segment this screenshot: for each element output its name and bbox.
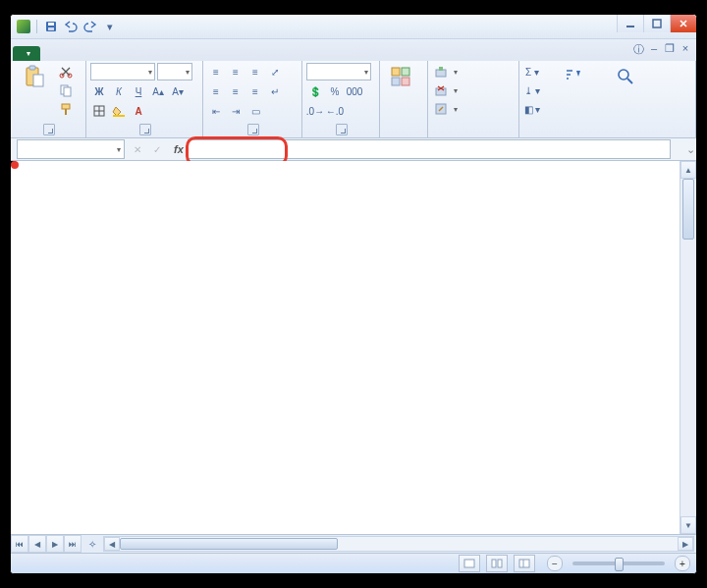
vertical-scrollbar[interactable]: ▲ ▼	[680, 161, 696, 534]
font-color-icon[interactable]: A	[130, 102, 147, 120]
zoom-out-icon[interactable]: −	[547, 556, 563, 571]
increase-decimal-icon[interactable]: .0→	[306, 102, 324, 120]
svg-rect-11	[64, 87, 71, 96]
save-icon[interactable]	[43, 19, 59, 34]
undo-icon[interactable]	[63, 19, 79, 34]
scrollbar-thumb[interactable]	[682, 179, 694, 240]
clear-icon[interactable]: ◧ ▾	[523, 100, 541, 118]
worksheet-grid[interactable]: ▲ ▼	[11, 161, 696, 534]
ribbon-help-icon[interactable]: ⓘ	[631, 42, 645, 57]
number-format-combo[interactable]: ▾	[306, 63, 371, 80]
decrease-decimal-icon[interactable]: ←.0	[326, 102, 344, 120]
align-top-icon[interactable]: ≡	[207, 63, 225, 80]
dialog-launcher-icon[interactable]	[139, 124, 151, 135]
font-size-combo[interactable]: ▾	[157, 63, 192, 80]
italic-icon[interactable]: К	[110, 82, 128, 100]
styles-button[interactable]	[384, 63, 417, 120]
scrollbar-thumb[interactable]	[120, 538, 338, 550]
scroll-up-icon[interactable]: ▲	[680, 161, 696, 179]
svg-rect-6	[29, 66, 35, 70]
quick-access-toolbar: ▾	[11, 19, 118, 34]
bold-icon[interactable]: Ж	[90, 82, 108, 100]
group-editing: Σ ▾ ⤓ ▾ ◧ ▾	[519, 61, 696, 137]
dialog-launcher-icon[interactable]	[43, 124, 55, 135]
svg-rect-22	[436, 70, 446, 77]
wrap-text-icon[interactable]: ↵	[266, 82, 284, 100]
svg-rect-21	[402, 78, 409, 85]
redo-icon[interactable]	[82, 19, 98, 34]
cancel-formula-icon[interactable]: ✕	[129, 140, 146, 158]
qat-customize-icon[interactable]: ▾	[102, 19, 118, 34]
active-cell-outline	[11, 161, 15, 165]
align-left-icon[interactable]: ≡	[207, 82, 225, 100]
sheet-nav-first-icon[interactable]: ⏮	[11, 535, 28, 553]
delete-cells-button[interactable]: ▾	[432, 81, 458, 99]
fill-icon[interactable]: ⤓ ▾	[523, 81, 541, 99]
scroll-right-icon[interactable]: ▶	[678, 537, 693, 551]
align-middle-icon[interactable]: ≡	[227, 63, 245, 80]
name-box[interactable]: ▾	[17, 139, 125, 159]
ribbon: ▾ ▾ Ж К Ч A▴ A▾ A	[11, 61, 696, 138]
find-select-button[interactable]	[602, 63, 649, 120]
view-page-layout-icon[interactable]	[486, 555, 508, 572]
accounting-format-icon[interactable]: 💲	[306, 82, 324, 100]
svg-rect-3	[626, 26, 634, 27]
file-tab[interactable]: ▾	[13, 46, 40, 61]
merge-icon[interactable]: ▭	[246, 102, 264, 120]
autosum-icon[interactable]: Σ ▾	[523, 63, 541, 80]
scroll-down-icon[interactable]: ▼	[680, 516, 696, 534]
sheet-nav-prev-icon[interactable]: ◀	[28, 535, 46, 553]
mdi-restore-icon[interactable]: ❐	[663, 42, 677, 57]
zoom-in-icon[interactable]: +	[675, 556, 690, 571]
align-right-icon[interactable]: ≡	[246, 82, 264, 100]
align-center-icon[interactable]: ≡	[227, 82, 245, 100]
new-sheet-icon[interactable]: ✧	[83, 535, 101, 553]
font-name-combo[interactable]: ▾	[90, 63, 155, 80]
align-bottom-icon[interactable]: ≡	[246, 63, 264, 80]
sheet-nav-next-icon[interactable]: ▶	[46, 535, 64, 553]
sheet-nav-last-icon[interactable]: ⏭	[64, 535, 82, 553]
horizontal-scrollbar[interactable]: ◀ ▶	[103, 536, 694, 552]
paste-button[interactable]	[15, 63, 54, 120]
format-cells-button[interactable]: ▾	[432, 100, 458, 118]
dialog-launcher-icon[interactable]	[336, 124, 348, 135]
delete-cells-icon	[432, 81, 450, 99]
enter-formula-icon[interactable]: ✓	[148, 140, 166, 158]
svg-rect-7	[33, 75, 43, 86]
minimize-button[interactable]	[617, 15, 643, 32]
svg-line-27	[627, 79, 632, 83]
expand-formula-bar-icon[interactable]: ⌄	[684, 143, 696, 156]
percent-format-icon[interactable]: %	[326, 82, 344, 100]
mdi-minimize-icon[interactable]: –	[647, 42, 661, 57]
close-button[interactable]	[670, 15, 696, 32]
insert-cells-button[interactable]: ▾	[432, 63, 458, 80]
svg-rect-28	[464, 560, 474, 567]
group-clipboard	[11, 61, 86, 137]
grow-font-icon[interactable]: A▴	[149, 82, 167, 100]
underline-icon[interactable]: Ч	[130, 82, 147, 100]
sort-filter-button[interactable]	[548, 63, 599, 120]
app-window: ▾ ▾ ⓘ – ❐ ×	[10, 14, 697, 574]
increase-indent-icon[interactable]: ⇥	[227, 102, 245, 120]
format-cells-icon	[432, 100, 450, 118]
mdi-close-icon[interactable]: ×	[679, 42, 692, 57]
scroll-left-icon[interactable]: ◀	[104, 537, 120, 551]
maximize-button[interactable]	[643, 15, 670, 32]
dialog-launcher-icon[interactable]	[247, 124, 259, 135]
format-painter-icon[interactable]	[57, 100, 75, 118]
view-normal-icon[interactable]	[459, 555, 480, 572]
borders-icon[interactable]	[90, 102, 108, 120]
svg-rect-18	[392, 68, 400, 76]
fill-color-icon[interactable]	[110, 102, 128, 120]
zoom-slider[interactable]	[572, 561, 665, 565]
orientation-icon[interactable]: ⤢	[266, 63, 284, 80]
cut-icon[interactable]	[57, 63, 75, 80]
copy-icon[interactable]	[57, 81, 75, 99]
formula-input[interactable]	[188, 139, 671, 159]
view-page-break-icon[interactable]	[514, 555, 535, 572]
svg-rect-30	[498, 560, 502, 567]
fx-icon[interactable]: fx	[174, 143, 184, 155]
shrink-font-icon[interactable]: A▾	[169, 82, 187, 100]
decrease-indent-icon[interactable]: ⇤	[207, 102, 225, 120]
comma-format-icon[interactable]: 000	[346, 82, 363, 100]
